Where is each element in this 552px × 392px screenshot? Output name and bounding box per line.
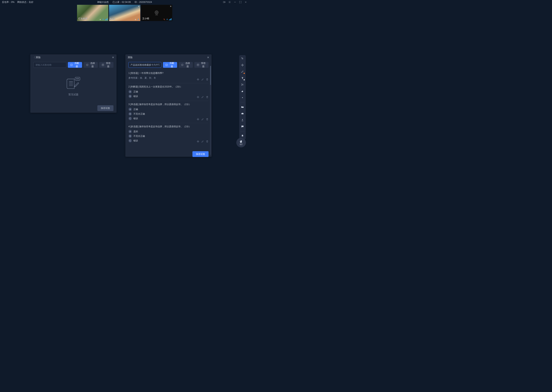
svg-rect-12: [71, 64, 72, 66]
add-judge-button[interactable]: 判断题: [163, 62, 177, 68]
person-icon[interactable]: [240, 118, 244, 122]
mic-icon: [102, 18, 104, 20]
add-choice-button[interactable]: 选择题: [84, 62, 98, 68]
svg-point-17: [77, 78, 78, 79]
question-item: 3 [单选题] 施华洛世奇是反华品牌，所以梁鼎琪反华。（2分） A正确 B不完全…: [128, 101, 209, 123]
chat-icon[interactable]: [240, 125, 244, 128]
bell-icon[interactable]: [240, 134, 244, 138]
svg-point-24: [242, 97, 243, 98]
text-tool-icon[interactable]: [240, 76, 244, 80]
question-item: 1 [简答题] 一年四季分别是哪四季? 参考答案：春、夏、秋、冬: [128, 70, 209, 83]
choice-icon: [181, 63, 184, 66]
course-title: 神秘大自然: [97, 0, 109, 4]
camera-icon: [134, 18, 137, 20]
mic-muted-icon: [163, 18, 165, 20]
folder-icon[interactable]: [240, 105, 244, 109]
close-icon[interactable]: ✕: [207, 56, 209, 59]
question-item: 2 [判断题] 我国宪法上一次更新是在2020年。（2分） A正确 B错误: [128, 83, 209, 101]
empty-illustration-icon: [65, 76, 82, 91]
delete-icon[interactable]: [206, 78, 209, 81]
close-icon[interactable]: ✕: [170, 5, 172, 8]
dot-tool-icon[interactable]: [240, 96, 244, 99]
record-icon[interactable]: [223, 0, 226, 4]
move-icon[interactable]: [197, 96, 199, 98]
add-judge-button[interactable]: 判断题: [68, 62, 82, 68]
svg-rect-14: [102, 64, 104, 66]
raise-hand-button[interactable]: 0/2: [236, 138, 246, 147]
add-short-answer-button[interactable]: 简答题: [194, 62, 209, 68]
edit-icon[interactable]: [201, 78, 204, 81]
camera-off-icon: [153, 9, 160, 17]
mic-icon: [166, 18, 168, 20]
participant-name: 王小明: [142, 17, 149, 20]
minimize-icon[interactable]: [233, 0, 237, 4]
signal-icon: [105, 18, 108, 20]
move-icon[interactable]: [197, 78, 199, 81]
edit-icon[interactable]: [201, 118, 204, 121]
cursor-tool-icon[interactable]: [240, 57, 244, 61]
quiz-panel-empty: 〈 测验 ✕ 判断题 选择题 简答题: [30, 54, 116, 113]
eraser-tool-icon[interactable]: [240, 89, 244, 93]
empty-text: 暂无试题: [68, 93, 78, 96]
back-icon[interactable]: 〈: [33, 56, 35, 59]
close-icon[interactable]: ✕: [112, 56, 114, 59]
delete-icon[interactable]: [206, 96, 209, 98]
svg-rect-21: [197, 64, 199, 66]
panel-title: 测验: [128, 56, 133, 59]
quiz-name-input[interactable]: [33, 62, 66, 68]
add-choice-button[interactable]: 选择题: [179, 62, 193, 68]
participant-name: 叮当老师: [78, 17, 87, 20]
svg-rect-19: [166, 64, 167, 66]
network-status: 网络状态：良好: [17, 0, 33, 4]
question-list: 1 [简答题] 一年四季分别是哪四季? 参考答案：春、夏、秋、冬 2 [判断题]…: [128, 70, 209, 148]
video-tile[interactable]: ✕ Nina: [109, 5, 140, 21]
move-tool-icon[interactable]: [240, 63, 244, 67]
session-id: ID：2020070324: [135, 0, 152, 4]
video-tile[interactable]: 叮当老师: [77, 5, 108, 21]
scrollbar[interactable]: [210, 66, 211, 155]
empty-state: 暂无试题: [33, 70, 113, 102]
signal-icon: [169, 18, 172, 20]
svg-point-1: [229, 2, 230, 2]
quiz-panel-filled: 测验 ✕ 判断题 选择题 简答题 1 [简答题]: [125, 54, 212, 157]
pen-tool-icon[interactable]: [240, 70, 244, 73]
text-answer-icon: [102, 63, 104, 66]
top-bar: 丢包率：0% 网络状态：良好 神秘大自然 已上课：02:34:09 ID：202…: [0, 0, 249, 4]
maximize-icon[interactable]: [239, 0, 242, 4]
svg-rect-7: [138, 19, 138, 20]
packet-loss: 丢包率：0%: [2, 0, 14, 4]
svg-point-16: [76, 78, 77, 79]
text-answer-icon: [197, 63, 199, 66]
move-icon[interactable]: [197, 140, 199, 143]
choice-icon: [86, 63, 88, 66]
quiz-name-input[interactable]: [128, 62, 161, 68]
edit-icon[interactable]: [201, 140, 204, 143]
panel-title: 测验: [36, 56, 41, 59]
svg-point-18: [78, 78, 79, 79]
svg-point-25: [242, 119, 243, 120]
delete-icon[interactable]: [206, 118, 209, 121]
delete-icon[interactable]: [206, 140, 209, 143]
svg-point-8: [155, 11, 158, 14]
participant-name: Nina: [110, 18, 115, 20]
add-short-answer-button[interactable]: 简答题: [99, 62, 113, 68]
tool-sidebar: [239, 55, 246, 139]
save-quiz-button[interactable]: 保存试卷: [97, 105, 113, 111]
video-tile[interactable]: ✕ 王小明: [141, 5, 172, 21]
move-icon[interactable]: [197, 118, 199, 121]
settings-icon[interactable]: [228, 0, 231, 4]
svg-rect-4: [103, 19, 103, 20]
participant-row: 叮当老师 ✕ Nina ✕ 王小明: [0, 4, 249, 22]
question-item: 4 [多选题] 施华洛世奇是反华品牌，所以梁鼎琪反华。（2分） A是的 B不完全…: [128, 123, 209, 145]
save-quiz-button[interactable]: 保存试卷: [192, 151, 209, 157]
edit-icon[interactable]: [201, 96, 204, 98]
svg-point-3: [100, 19, 101, 20]
svg-point-6: [135, 19, 136, 20]
close-icon[interactable]: ✕: [138, 5, 139, 8]
svg-rect-11: [167, 19, 167, 20]
close-window-icon[interactable]: [244, 0, 247, 4]
toolbox-icon[interactable]: [240, 112, 244, 115]
scissors-tool-icon[interactable]: [240, 83, 244, 86]
svg-point-9: [156, 12, 157, 13]
raise-hand-count: 0/2: [240, 143, 242, 146]
